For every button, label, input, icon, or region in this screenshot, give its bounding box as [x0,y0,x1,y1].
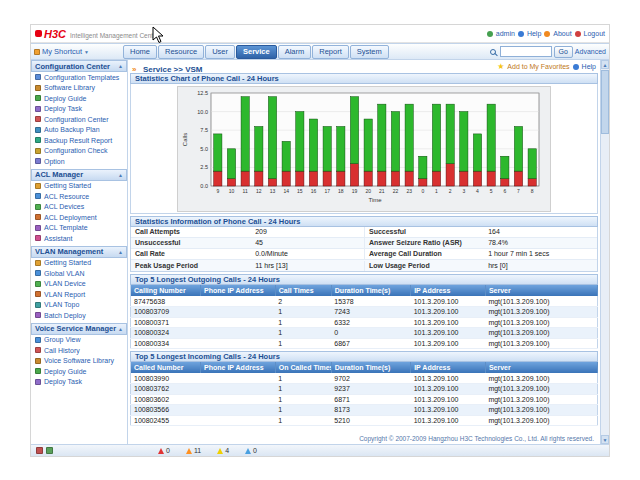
sidebar-item-vlan-report[interactable]: VLAN Report [31,289,127,300]
sidebar-item-label: Voice Software Library [44,357,114,364]
collapse-icon[interactable]: ▲ [118,326,123,332]
column-header-call-times[interactable]: Call Times [275,285,331,296]
cell: 101.3.209.100 [411,394,486,405]
sidebar-item-configuration-templates[interactable]: Configuration Templates [31,72,127,83]
column-header-called-number[interactable]: Called Number [131,362,201,373]
vertical-scrollbar[interactable]: ▲ ▼ [600,60,609,444]
stats-value: 1 hour 7 min 1 secs [485,249,597,259]
tab-home[interactable]: Home [123,45,157,59]
h3c-logo: H3C [44,28,66,40]
column-header-ip-address[interactable]: IP Address [411,362,486,373]
scroll-up-arrow-icon[interactable]: ▲ [601,60,609,69]
tab-service[interactable]: Service [236,45,277,59]
sidebar-item-getting-started[interactable]: Getting Started [31,258,127,269]
sidebar-item-software-library[interactable]: Software Library [31,83,127,94]
search-input[interactable] [500,46,552,57]
column-header-calling-number[interactable]: Calling Number [131,285,201,296]
page-help-link[interactable]: Help [582,63,596,70]
sidebar-item-label: Deploy Task [44,105,82,112]
sidebar-item-backup-result-report[interactable]: Backup Result Report [31,135,127,146]
alarm-count: 11 [194,447,201,454]
collapse-icon[interactable]: ▲ [118,172,123,178]
sidebar-item-acl-devices[interactable]: ACL Devices [31,202,127,213]
svg-text:0: 0 [421,188,424,194]
stats-label: Successful [364,227,485,237]
advanced-link[interactable]: Advanced [575,48,606,55]
sidebar-section-header-voice-service-manager[interactable]: Voice Service Manager▲ [31,323,127,335]
sidebar-item-getting-started[interactable]: Getting Started [31,181,127,192]
number-link-cell[interactable]: 100803709 [131,307,201,318]
sidebar-item-global-vlan[interactable]: Global VLAN [31,268,127,279]
sidebar-item-deploy-guide[interactable]: Deploy Guide [31,93,127,104]
add-to-favorites-link[interactable]: Add to My Favorites [507,63,569,70]
about-link[interactable]: About [553,30,571,37]
breadcrumb-bar: » Service >> VSM ★ Add to My Favorites H… [130,60,598,73]
tab-alarm[interactable]: Alarm [278,45,312,59]
sidebar-item-configuration-check[interactable]: Configuration Check [31,146,127,157]
scroll-down-arrow-icon[interactable]: ▼ [601,435,609,444]
sidebar-item-acl-template[interactable]: ACL Template [31,223,127,234]
number-link-cell[interactable]: 100800371 [131,317,201,328]
tab-system[interactable]: System [350,45,389,59]
sidebar-item-group-view[interactable]: Group View [31,335,127,346]
number-link-cell[interactable]: 100803602 [131,394,201,405]
sidebar-item-deploy-task[interactable]: Deploy Task [31,377,127,388]
number-link-cell[interactable]: 100803762 [131,384,201,395]
sidebar-item-auto-backup-plan[interactable]: Auto Backup Plan [31,125,127,136]
alarm-item-critical-alarm-icon[interactable]: 0 [158,447,170,454]
number-link-cell[interactable]: 100802455 [131,415,201,426]
number-link-cell[interactable]: 100800324 [131,328,201,339]
collapse-icon[interactable]: ▲ [118,63,123,69]
cell: 15378 [331,296,410,307]
sidebar-item-batch-deploy[interactable]: Batch Deploy [31,310,127,321]
tab-resource[interactable]: Resource [158,45,204,59]
sidebar-item-vlan-device[interactable]: VLAN Device [31,279,127,290]
collapse-icon[interactable]: ▲ [118,249,123,255]
number-link-cell[interactable]: 100803990 [131,373,201,384]
sidebar-item-acl-deployment[interactable]: ACL Deployment [31,212,127,223]
column-header-duration-time-s[interactable]: Duration Time(s) [331,362,410,373]
help-link[interactable]: Help [527,30,541,37]
number-link-cell[interactable]: 100803566 [131,405,201,416]
my-shortcut-dropdown[interactable]: My Shortcut ▼ [34,47,120,56]
sidebar-item-assistant[interactable]: Assistant [31,233,127,244]
alarm-item-major-alarm-icon[interactable]: 11 [186,447,201,454]
incoming-section-title: Top 5 Longest Incoming Calls - 24 Hours [130,351,598,362]
column-header-server[interactable]: Server [485,362,597,373]
column-header-ip-address[interactable]: IP Address [411,285,486,296]
sidebar-item-configuration-center[interactable]: Configuration Center [31,114,127,125]
sidebar-item-deploy-task[interactable]: Deploy Task [31,104,127,115]
column-header-phone-ip-address[interactable]: Phone IP Address [201,285,276,296]
svg-text:11: 11 [243,188,248,194]
column-header-phone-ip-address[interactable]: Phone IP Address [201,362,276,373]
stats-label: Answer Seizure Ratio (ASR) [364,238,485,248]
column-header-on-called-times[interactable]: On Called Times [275,362,331,373]
sidebar-item-deploy-guide[interactable]: Deploy Guide [31,366,127,377]
sidebar-item-option[interactable]: Option [31,156,127,167]
alarm-item-warning-alarm-icon[interactable]: 0 [245,447,257,454]
sidebar-item-label: VLAN Topo [44,301,79,308]
sidebar-section-header-configuration-center[interactable]: Configuration Center▲ [31,60,127,72]
scrollbar-thumb[interactable] [601,70,609,134]
column-header-server[interactable]: Server [485,285,597,296]
logout-link[interactable]: Logout [584,30,605,37]
mouse-cursor [152,26,164,44]
sidebar-item-vlan-topo[interactable]: VLAN Topo [31,300,127,311]
sidebar-item-label: Option [44,158,65,165]
column-header-duration-time-s[interactable]: Duration Time(s) [331,285,410,296]
alarm-count: 0 [166,447,170,454]
sidebar-section-header-vlan-management[interactable]: VLAN Management▲ [31,246,127,258]
svg-text:12: 12 [256,188,262,194]
tab-user[interactable]: User [205,45,235,59]
tab-report[interactable]: Report [312,45,349,59]
sidebar-item-voice-software-library[interactable]: Voice Software Library [31,356,127,367]
go-button[interactable]: Go [554,46,573,58]
sidebar-item-label: Configuration Check [44,147,107,154]
stats-value: hrs [0] [485,261,597,271]
alarm-item-minor-alarm-icon[interactable]: 4 [217,447,229,454]
sidebar-section-header-acl-manager[interactable]: ACL Manager▲ [31,169,127,181]
number-link-cell[interactable]: 100800334 [131,338,201,349]
sidebar-item-call-history[interactable]: Call History [31,345,127,356]
number-link-cell[interactable]: 87475638 [131,296,201,307]
sidebar-item-acl-resource[interactable]: ACL Resource [31,191,127,202]
